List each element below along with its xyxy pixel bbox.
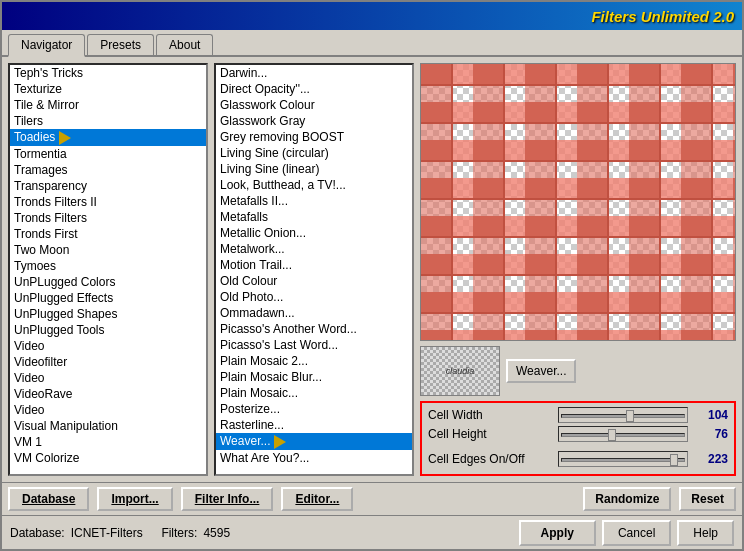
list-item[interactable]: UnPLugged Colors — [10, 274, 206, 290]
title-bar: Filters Unlimited 2.0 — [2, 2, 742, 30]
filter-item[interactable]: Rasterline... — [216, 417, 412, 433]
filter-item[interactable]: Plain Mosaic 2... — [216, 353, 412, 369]
list-item[interactable]: Tramages — [10, 162, 206, 178]
cancel-button[interactable]: Cancel — [602, 520, 671, 546]
param-label-cell-edges: Cell Edges On/Off — [428, 452, 554, 466]
list-item[interactable]: Visual Manipulation — [10, 418, 206, 434]
database-button[interactable]: Database — [8, 487, 89, 511]
param-row-cell-width: Cell Width 104 — [428, 407, 728, 423]
help-button[interactable]: Help — [677, 520, 734, 546]
filter-list-wrapper: Darwin... Direct Opacity''... Glasswork … — [214, 63, 414, 476]
list-item-unplugged-shapes[interactable]: UnPlugged Shapes — [10, 306, 206, 322]
title-text: Filters Unlimited 2.0 — [591, 8, 734, 25]
filter-item[interactable]: Metafalls II... — [216, 193, 412, 209]
slider-thumb — [608, 429, 616, 441]
reset-button[interactable]: Reset — [679, 487, 736, 511]
list-item[interactable]: Video — [10, 370, 206, 386]
database-label: Database: — [10, 526, 65, 540]
list-item-unplugged-effects[interactable]: UnPlugged Effects — [10, 290, 206, 306]
filter-item[interactable]: Old Colour — [216, 273, 412, 289]
main-window: Filters Unlimited 2.0 Navigator Presets … — [0, 0, 744, 551]
list-item-transparency[interactable]: Transparency — [10, 178, 206, 194]
tab-bar: Navigator Presets About — [2, 30, 742, 57]
weaver-button[interactable]: Weaver... — [506, 359, 576, 383]
filter-list[interactable]: Darwin... Direct Opacity''... Glasswork … — [214, 63, 414, 476]
action-bar: Database Import... Filter Info... Editor… — [2, 482, 742, 515]
filter-item[interactable]: Metafalls — [216, 209, 412, 225]
editor-button[interactable]: Editor... — [281, 487, 353, 511]
slider-track — [561, 458, 685, 462]
param-slider-cell-width[interactable] — [558, 407, 688, 423]
preview-area — [420, 63, 736, 341]
list-item[interactable]: Teph's Tricks — [10, 65, 206, 81]
param-label-cell-width: Cell Width — [428, 408, 554, 422]
list-item[interactable]: Tormentia — [10, 146, 206, 162]
filter-item[interactable]: Picasso's Last Word... — [216, 337, 412, 353]
category-list[interactable]: Teph's Tricks Texturize Tile & Mirror Ti… — [8, 63, 208, 476]
slider-thumb — [626, 410, 634, 422]
thumbnail-preview: claudia — [420, 346, 500, 396]
list-item[interactable]: Tymoes — [10, 258, 206, 274]
tab-about[interactable]: About — [156, 34, 213, 55]
list-item[interactable]: VM 1 — [10, 434, 206, 450]
list-item[interactable]: Tronds Filters — [10, 210, 206, 226]
filter-item[interactable]: Metalwork... — [216, 241, 412, 257]
filter-item[interactable]: Darwin... — [216, 65, 412, 81]
filter-item[interactable]: Ommadawn... — [216, 305, 412, 321]
list-item[interactable]: VM Colorize — [10, 450, 206, 466]
list-item[interactable]: Tronds First — [10, 226, 206, 242]
tab-presets[interactable]: Presets — [87, 34, 154, 55]
filter-item[interactable]: Motion Trail... — [216, 257, 412, 273]
filter-item-grey-removing-boost[interactable]: Grey removing BOOST — [216, 129, 412, 145]
param-slider-cell-edges[interactable] — [558, 451, 688, 467]
filter-item[interactable]: Posterize... — [216, 401, 412, 417]
weaver-svg — [421, 64, 735, 340]
param-value-cell-edges: 223 — [692, 452, 728, 466]
list-item[interactable]: Tronds Filters II — [10, 194, 206, 210]
right-panel: claudia Weaver... Cell Width 104 — [420, 63, 736, 476]
list-item-toadies[interactable]: Toadies — [10, 129, 206, 146]
list-item[interactable]: VideoRave — [10, 386, 206, 402]
import-button[interactable]: Import... — [97, 487, 172, 511]
list-item[interactable]: Texturize — [10, 81, 206, 97]
param-slider-cell-height[interactable] — [558, 426, 688, 442]
weaver-preview — [421, 64, 735, 340]
filter-item-weaver[interactable]: Weaver... — [216, 433, 412, 450]
thumbnail-label: claudia — [446, 366, 475, 376]
filter-item[interactable]: What Are You?... — [216, 450, 412, 466]
list-item[interactable]: Video — [10, 402, 206, 418]
param-row-cell-edges: Cell Edges On/Off 223 — [428, 451, 728, 467]
filter-item[interactable]: Picasso's Another Word... — [216, 321, 412, 337]
filter-item[interactable]: Direct Opacity''... — [216, 81, 412, 97]
filter-item[interactable]: Plain Mosaic... — [216, 385, 412, 401]
param-value-cell-height: 76 — [692, 427, 728, 441]
category-list-wrapper: Teph's Tricks Texturize Tile & Mirror Ti… — [8, 63, 208, 476]
param-value-cell-width: 104 — [692, 408, 728, 422]
slider-track — [561, 433, 685, 437]
database-value: ICNET-Filters — [71, 526, 143, 540]
filter-info-button[interactable]: Filter Info... — [181, 487, 274, 511]
param-row-cell-height: Cell Height 76 — [428, 426, 728, 442]
list-item[interactable]: Video — [10, 338, 206, 354]
list-item[interactable]: UnPlugged Tools — [10, 322, 206, 338]
slider-track — [561, 414, 685, 418]
list-item-two-moon[interactable]: Two Moon — [10, 242, 206, 258]
filter-item[interactable]: Look, Butthead, a TV!... — [216, 177, 412, 193]
filter-item[interactable]: Living Sine (linear) — [216, 161, 412, 177]
status-bar: Database: ICNET-Filters Filters: 4595 Ap… — [2, 515, 742, 549]
filter-item[interactable]: Living Sine (circular) — [216, 145, 412, 161]
list-item[interactable]: Tile & Mirror — [10, 97, 206, 113]
list-item[interactable]: Tilers — [10, 113, 206, 129]
filter-item[interactable]: Glasswork Gray — [216, 113, 412, 129]
filter-item[interactable]: Old Photo... — [216, 289, 412, 305]
slider-thumb — [670, 454, 678, 466]
list-item[interactable]: Videofilter — [10, 354, 206, 370]
randomize-button[interactable]: Randomize — [583, 487, 671, 511]
apply-button[interactable]: Apply — [519, 520, 596, 546]
filter-item[interactable]: Plain Mosaic Blur... — [216, 369, 412, 385]
params-area: Cell Width 104 Cell Height 76 — [420, 401, 736, 476]
svg-rect-12 — [421, 64, 735, 340]
tab-navigator[interactable]: Navigator — [8, 34, 85, 57]
filter-item[interactable]: Glasswork Colour — [216, 97, 412, 113]
filter-item[interactable]: Metallic Onion... — [216, 225, 412, 241]
